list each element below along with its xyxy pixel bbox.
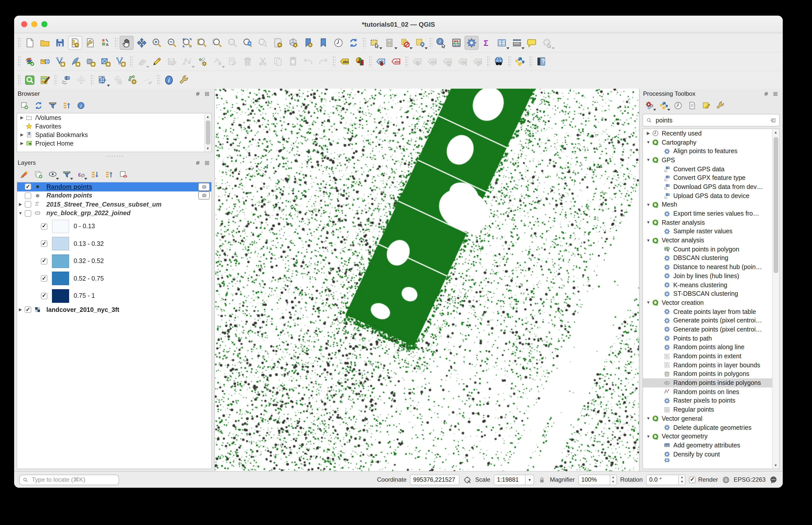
- layer-row-landcover-2010-nyc-3ft[interactable]: ▶landcover_2010_nyc_3ft: [17, 304, 211, 315]
- new-shapefile-layer-button[interactable]: [53, 55, 67, 69]
- filter-legend-button[interactable]: [60, 168, 73, 180]
- gps-tracking-button[interactable]: [74, 73, 88, 87]
- zoom-next-button[interactable]: [256, 36, 270, 50]
- class-visibility-checkbox[interactable]: [41, 258, 47, 265]
- lock-scale-icon[interactable]: [538, 475, 546, 484]
- crs-globe-icon[interactable]: [722, 475, 730, 484]
- dropdown-arrow-icon[interactable]: [56, 178, 59, 180]
- add-selected-layers-button[interactable]: [18, 99, 30, 111]
- manage-map-themes-button[interactable]: [46, 168, 58, 180]
- measure-button[interactable]: [510, 36, 524, 50]
- new-project-button[interactable]: [23, 36, 37, 50]
- processing-history-button[interactable]: [672, 99, 684, 111]
- show-spatial-bookmarks-button[interactable]: [316, 36, 330, 50]
- layers-close-button[interactable]: [203, 159, 211, 166]
- digitize-with-segment-button[interactable]: [180, 55, 194, 69]
- modify-attributes-button[interactable]: [226, 55, 240, 69]
- toolbox-item-raster-pixels-to-points[interactable]: Raster pixels to points: [643, 396, 779, 405]
- change-label-properties-button[interactable]: abc: [470, 55, 485, 69]
- toolbox-item-dbscan-clustering[interactable]: DBSCAN clustering: [643, 254, 779, 262]
- dropdown-arrow-icon[interactable]: [222, 66, 225, 68]
- minimize-window-button[interactable]: [31, 21, 37, 27]
- layer-row-2015-street-tree-census-subset-um[interactable]: ▶2015_Street_Tree_Census_subset_um: [17, 200, 211, 209]
- toolbox-item-gps[interactable]: ▼GPS: [643, 156, 779, 165]
- layer-row-nyc-block-grp-2022-joined[interactable]: ▼nyc_block_grp_2022_joined: [17, 209, 211, 217]
- zoom-full-button[interactable]: [180, 36, 194, 50]
- tree-expand-arrow[interactable]: ▼: [17, 211, 24, 216]
- toolbox-item-random-points-inside-polygons[interactable]: Random points inside polygons: [643, 379, 779, 388]
- toolbox-item-download-gps-data-from-dev[interactable]: Download GPS data from dev…: [643, 182, 779, 191]
- rotate-label-button[interactable]: abc: [455, 55, 469, 69]
- add-gps-point-button[interactable]: [111, 73, 125, 87]
- toolbox-item-vector-creation[interactable]: ▼Vector creation: [643, 298, 779, 307]
- browser-item-project-home[interactable]: ▶Project Home: [17, 139, 211, 148]
- show-statistics-button[interactable]: Σ: [480, 36, 494, 50]
- dropdown-arrow-icon[interactable]: [425, 47, 428, 49]
- toolbox-item-sample-raster-values[interactable]: Sample raster values: [643, 227, 779, 236]
- layer-visibility-checkbox[interactable]: [25, 306, 31, 313]
- remove-layer-button[interactable]: [117, 168, 129, 180]
- pan-map-button[interactable]: [119, 36, 134, 50]
- class-visibility-checkbox[interactable]: [41, 241, 47, 247]
- toolbox-item-vector-analysis[interactable]: ▼Vector analysis: [643, 236, 779, 245]
- toolbox-item-create-points-layer-from-table[interactable]: Create points layer from table: [643, 308, 779, 316]
- zoom-last-button[interactable]: [241, 36, 255, 50]
- layer-visibility-checkbox[interactable]: [25, 201, 31, 208]
- tree-expand-arrow[interactable]: ▶: [19, 115, 25, 120]
- magnifier-input[interactable]: [578, 474, 609, 485]
- processing-float-button[interactable]: [762, 90, 770, 97]
- dropdown-arrow-icon[interactable]: [506, 47, 509, 49]
- move-label-button[interactable]: ab: [410, 55, 424, 69]
- collapse-all-browser-button[interactable]: [60, 99, 73, 111]
- toolbox-item-st-dbscan-clustering[interactable]: ST-DBSCAN clustering: [643, 289, 779, 298]
- metadata-info-button[interactable]: i: [162, 73, 176, 87]
- nominatim-search-button[interactable]: [23, 73, 37, 87]
- dropdown-arrow-icon[interactable]: [552, 47, 555, 49]
- toolbox-item-delete-duplicate-geometries[interactable]: Delete duplicate geometries: [643, 423, 779, 432]
- toolbox-item-recently-used[interactable]: ▶Recently used: [643, 129, 779, 138]
- toolbox-item-align-points-to-features[interactable]: Align points to features: [643, 147, 779, 156]
- toolbox-item-add-geometry-attributes[interactable]: Add geometry attributes: [643, 441, 779, 450]
- dropdown-arrow-icon[interactable]: [70, 178, 73, 180]
- scale-dropdown-button[interactable]: ▼: [525, 474, 534, 485]
- open-attribute-table-button[interactable]: [495, 36, 509, 50]
- dropdown-arrow-icon[interactable]: [192, 66, 195, 68]
- select-by-location-button[interactable]: [413, 36, 427, 50]
- crs-label[interactable]: EPSG:2263: [734, 476, 766, 483]
- memory-layer-indicator-icon[interactable]: [198, 183, 210, 191]
- run-feature-action-button[interactable]: [540, 36, 554, 50]
- render-checkbox[interactable]: [689, 476, 696, 483]
- gps-information-button[interactable]: [59, 73, 73, 87]
- open-layer-styling-button[interactable]: [18, 168, 30, 180]
- coordinate-input[interactable]: [410, 474, 460, 485]
- map-tips-button[interactable]: [525, 36, 539, 50]
- dropdown-arrow-icon[interactable]: [394, 47, 397, 49]
- dropdown-arrow-icon[interactable]: [522, 47, 524, 49]
- zoom-native-button[interactable]: 1:1: [226, 36, 240, 50]
- toolbox-item-points-to-path[interactable]: Points to path: [643, 334, 779, 343]
- browser-float-button[interactable]: [193, 90, 201, 97]
- layer-row-random-points[interactable]: Random points: [17, 182, 211, 191]
- render-toggle[interactable]: Render: [689, 476, 718, 483]
- spinner-buttons[interactable]: ▲▼: [679, 474, 686, 485]
- class-visibility-checkbox[interactable]: [41, 275, 47, 282]
- layers-float-button[interactable]: [193, 159, 201, 166]
- filter-browser-button[interactable]: [46, 99, 58, 111]
- browser-item-volumes[interactable]: ▶/Volumes: [17, 114, 211, 122]
- zoom-window-button[interactable]: [41, 21, 47, 27]
- legend-class-0-75-1[interactable]: 0.75 - 1: [17, 287, 211, 304]
- toolbox-item-distance-to-nearest-hub-poin[interactable]: Distance to nearest hub (poin…: [643, 263, 779, 272]
- tree-expand-arrow[interactable]: ▼: [645, 417, 652, 421]
- temporal-controller-button[interactable]: [331, 36, 346, 50]
- rotation-input[interactable]: [646, 474, 679, 485]
- copy-features-button[interactable]: [271, 55, 285, 69]
- dropdown-arrow-icon[interactable]: [107, 85, 110, 87]
- data-source-manager-button[interactable]: [23, 55, 37, 69]
- stream-digitizing-button[interactable]: [141, 73, 155, 87]
- save-project-button[interactable]: [53, 36, 67, 50]
- expand-all-button[interactable]: [89, 168, 101, 180]
- browser-close-button[interactable]: [203, 90, 211, 97]
- new-temporary-scratch-layer-button[interactable]: [83, 55, 97, 69]
- redo-button[interactable]: [316, 55, 330, 69]
- undo-button[interactable]: [301, 55, 315, 69]
